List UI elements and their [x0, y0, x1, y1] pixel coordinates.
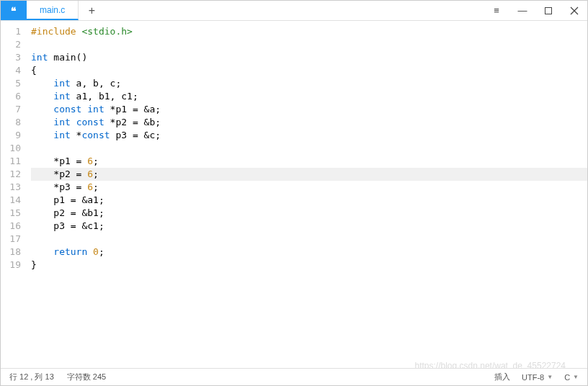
code-line[interactable]: *p3 = 6;	[31, 181, 587, 194]
line-number: 4	[1, 64, 21, 77]
line-number: 2	[1, 38, 21, 51]
chevron-down-icon: ▼	[547, 374, 553, 380]
line-number: 18	[1, 246, 21, 259]
code-line[interactable]: }	[31, 259, 587, 271]
insert-mode[interactable]: 插入	[494, 372, 510, 382]
line-number: 1	[1, 25, 21, 38]
code-line[interactable]	[31, 38, 587, 51]
chevron-down-icon: ▼	[573, 374, 579, 380]
line-number: 19	[1, 259, 21, 271]
line-number-gutter: 12345678910111213141516171819	[1, 21, 27, 368]
statusbar: 行 12 , 列 13 字符数 245 插入 UTF-8▼ C▼	[1, 368, 587, 385]
app-icon[interactable]: ❝	[1, 1, 27, 20]
code-line[interactable]: p2 = &b1;	[31, 207, 587, 220]
encoding-label: UTF-8	[522, 373, 544, 382]
code-area[interactable]: #include <stdio.h> int main(){ int a, b,…	[27, 21, 587, 368]
line-number: 16	[1, 220, 21, 233]
code-line[interactable]: int a, b, c;	[31, 77, 587, 90]
code-line[interactable]: int main()	[31, 51, 587, 64]
code-line[interactable]: const int *p1 = &a;	[31, 103, 587, 116]
hamburger-menu-icon[interactable]: ≡	[484, 1, 509, 20]
line-number: 8	[1, 116, 21, 129]
line-number: 9	[1, 129, 21, 142]
minimize-button[interactable]: —	[509, 1, 535, 20]
new-tab-button[interactable]: +	[79, 1, 104, 20]
maximize-icon	[544, 6, 553, 15]
char-count: 字符数 245	[67, 372, 106, 382]
line-number: 6	[1, 90, 21, 103]
line-number: 12	[1, 168, 21, 181]
code-line[interactable]: int const *p2 = &b;	[31, 116, 587, 129]
maximize-button[interactable]	[535, 1, 561, 20]
code-line[interactable]: *p2 = 6;	[31, 168, 587, 181]
line-number: 7	[1, 103, 21, 116]
line-number: 14	[1, 194, 21, 207]
code-line[interactable]	[31, 142, 587, 155]
close-button[interactable]	[561, 1, 587, 20]
code-line[interactable]: int a1, b1, c1;	[31, 90, 587, 103]
encoding-selector[interactable]: UTF-8▼	[522, 373, 553, 382]
svg-rect-0	[545, 7, 552, 14]
code-line[interactable]: #include <stdio.h>	[31, 25, 587, 38]
statusbar-right: 插入 UTF-8▼ C▼	[483, 372, 579, 382]
line-number: 17	[1, 233, 21, 246]
language-label: C	[564, 373, 570, 382]
titlebar: ❝ main.c + ≡ —	[1, 1, 587, 21]
tab-main-c[interactable]: main.c	[27, 1, 79, 20]
line-number: 3	[1, 51, 21, 64]
code-line[interactable]: return 0;	[31, 246, 587, 259]
line-number: 5	[1, 77, 21, 90]
code-line[interactable]: {	[31, 64, 587, 77]
code-line[interactable]: *p1 = 6;	[31, 155, 587, 168]
line-number: 10	[1, 142, 21, 155]
line-number: 15	[1, 207, 21, 220]
code-line[interactable]: int *const p3 = &c;	[31, 129, 587, 142]
language-selector[interactable]: C▼	[564, 373, 579, 382]
line-number: 13	[1, 181, 21, 194]
editor: 12345678910111213141516171819 #include <…	[1, 21, 587, 368]
titlebar-spacer	[104, 1, 484, 20]
code-line[interactable]: p1 = &a1;	[31, 194, 587, 207]
line-number: 11	[1, 155, 21, 168]
cursor-position: 行 12 , 列 13	[9, 372, 54, 382]
code-line[interactable]: p3 = &c1;	[31, 220, 587, 233]
close-icon	[570, 6, 579, 15]
code-line[interactable]	[31, 233, 587, 246]
